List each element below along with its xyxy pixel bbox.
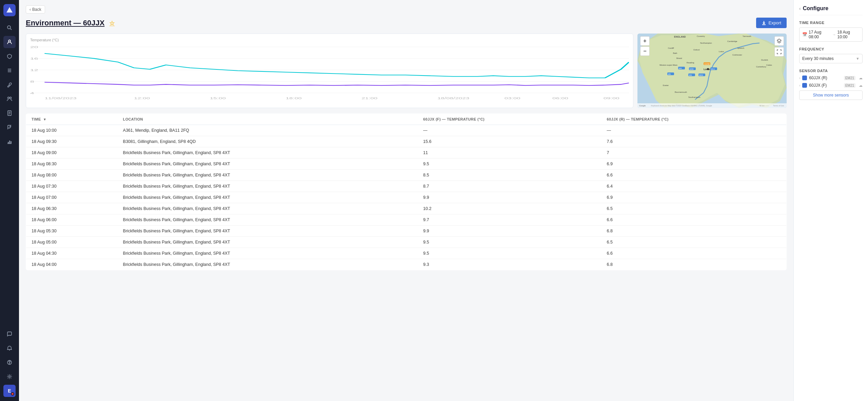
cell-f-temp: 9.3 — [418, 259, 601, 270]
cell-location: A361, Mendip, England, BA11 2FQ — [118, 125, 418, 136]
configure-collapse-icon[interactable]: ‹ — [799, 6, 801, 11]
show-more-sensors-button[interactable]: Show more sensors — [799, 90, 863, 100]
sidebar-item-group[interactable] — [3, 93, 16, 105]
frequency-label: Frequency — [799, 47, 863, 51]
right-panel: ‹ Configure Time Range 📅 17 Aug 08:00 → … — [793, 0, 868, 401]
cell-location: Brickfields Business Park, Gillingham, E… — [118, 192, 418, 203]
cell-f-temp: 8.5 — [418, 170, 601, 181]
svg-point-7 — [10, 97, 12, 99]
cell-location: Brickfields Business Park, Gillingham, E… — [118, 248, 418, 259]
sidebar-item-avatar[interactable]: E — [3, 385, 16, 397]
map-fullscreen-button[interactable] — [774, 47, 784, 57]
sensor-item-0: › 60JJX (R) EM21 ☁ — [799, 76, 863, 80]
cell-location: Brickfields Business Park, Gillingham, E… — [118, 203, 418, 214]
sidebar-item-search[interactable] — [3, 22, 16, 34]
cell-r-temp: 6.9 — [601, 192, 787, 203]
svg-text:Calais: Calais — [766, 64, 772, 66]
cell-time: 18 Aug 08:00 — [26, 170, 118, 181]
cell-time: 18 Aug 04:00 — [26, 259, 118, 270]
sidebar-item-doc[interactable] — [3, 107, 16, 119]
svg-text:18:00: 18:00 — [285, 97, 301, 100]
svg-rect-14 — [8, 142, 9, 144]
sidebar-item-list[interactable] — [3, 64, 16, 77]
svg-text:Bournemouth: Bournemouth — [675, 91, 687, 93]
table-row: 18 Aug 04:30 Brickfields Business Park, … — [26, 248, 787, 259]
svg-text:Coventry: Coventry — [697, 35, 705, 37]
svg-text:Bristol: Bristol — [676, 57, 682, 59]
map-zoom-in-button[interactable]: + — [640, 36, 650, 46]
svg-text:Southampton: Southampton — [688, 96, 701, 98]
sensor-badge-1: EM21 — [844, 83, 855, 88]
cell-location: Brickfields Business Park, Gillingham, E… — [118, 237, 418, 248]
svg-text:Luton: Luton — [719, 50, 724, 52]
sensor-expand-icon-1[interactable]: › — [799, 84, 800, 87]
cell-f-temp: 9.5 — [418, 159, 601, 170]
sort-icon: ▼ — [43, 118, 46, 121]
cell-location: Brickfields Business Park, Gillingham, E… — [118, 181, 418, 192]
svg-text:Exeter: Exeter — [663, 84, 669, 86]
svg-text:Ipswich: Ipswich — [737, 47, 744, 49]
temperature-chart: Temperature (°C) 20 16 12 8 4 — [26, 34, 633, 108]
map-layer-button[interactable] — [774, 36, 784, 46]
sensor-data-label: Sensor Data — [799, 69, 863, 73]
cell-location: Brickfields Business Park, Gillingham, E… — [118, 147, 418, 159]
configure-title: Configure — [803, 5, 829, 12]
table-row: 18 Aug 06:30 Brickfields Business Park, … — [26, 203, 787, 214]
svg-text:09:00: 09:00 — [604, 97, 619, 100]
svg-text:12:00: 12:00 — [134, 97, 150, 100]
svg-text:Cambridge: Cambridge — [727, 40, 737, 42]
sidebar-item-users[interactable] — [3, 36, 16, 48]
time-range-section: Time Range 📅 17 Aug 08:00 → 18 Aug 10:00 — [799, 21, 863, 42]
data-table: TIME ▼ LOCATION 60JJX (F) — TEMPERATURE … — [26, 113, 787, 270]
cell-location: Brickfields Business Park, Gillingham, E… — [118, 170, 418, 181]
svg-text:Terms of Use: Terms of Use — [773, 105, 784, 107]
cell-time: 18 Aug 06:00 — [26, 214, 118, 226]
cell-location: Brickfields Business Park, Gillingham, E… — [118, 159, 418, 170]
svg-text:M23: M23 — [699, 74, 703, 76]
sidebar-item-flag[interactable] — [3, 121, 16, 133]
svg-text:Northampton: Northampton — [700, 42, 712, 44]
main-content: ‹ Back Environment — 60JJX ☆ Export — [19, 0, 868, 401]
sidebar-item-bell[interactable] — [3, 342, 16, 354]
cell-time: 18 Aug 07:00 — [26, 192, 118, 203]
table-row: 18 Aug 04:00 Brickfields Business Park, … — [26, 259, 787, 270]
svg-text:M3: M3 — [689, 74, 692, 76]
svg-rect-16 — [11, 141, 12, 144]
export-button[interactable]: Export — [756, 18, 787, 28]
cell-time: 18 Aug 05:30 — [26, 226, 118, 237]
cell-f-temp: 9.9 — [418, 192, 601, 203]
cell-r-temp: 6.4 — [601, 181, 787, 192]
cell-r-temp: 6.5 — [601, 237, 787, 248]
sidebar-item-chart[interactable] — [3, 135, 16, 148]
table-row: 18 Aug 09:00 Brickfields Business Park, … — [26, 147, 787, 159]
sidebar-item-chat[interactable] — [3, 328, 16, 340]
svg-text:Colchester: Colchester — [732, 54, 742, 56]
export-label: Export — [768, 20, 781, 25]
col-location: LOCATION — [118, 114, 418, 125]
cell-time: 18 Aug 05:00 — [26, 237, 118, 248]
sensor-color-dot-1 — [802, 83, 807, 88]
sidebar-item-shield[interactable] — [3, 50, 16, 62]
col-time[interactable]: TIME ▼ — [26, 114, 118, 125]
sensor-color-dot-0 — [802, 76, 807, 80]
sidebar-item-help[interactable] — [3, 356, 16, 368]
sidebar-item-wrench[interactable] — [3, 79, 16, 91]
svg-marker-84 — [777, 39, 781, 42]
frequency-dropdown[interactable]: Every 30 minutes ▼ — [799, 54, 863, 63]
table-row: 18 Aug 09:30 B3081, Gillingham, England,… — [26, 136, 787, 147]
favorite-star-icon[interactable]: ☆ — [109, 20, 115, 27]
back-button[interactable]: ‹ Back — [26, 5, 45, 14]
cell-r-temp: 7 — [601, 147, 787, 159]
map-zoom-out-button[interactable]: − — [640, 46, 650, 56]
sensor-expand-icon-0[interactable]: › — [799, 76, 800, 80]
frequency-section: Frequency Every 30 minutes ▼ — [799, 47, 863, 63]
cell-time: 18 Aug 04:30 — [26, 248, 118, 259]
sidebar-item-settings[interactable] — [3, 371, 16, 383]
svg-rect-15 — [9, 141, 10, 144]
cell-r-temp: 6.8 — [601, 259, 787, 270]
cell-r-temp: 6.8 — [601, 226, 787, 237]
map-right-controls — [774, 36, 784, 57]
map-container: London Reading Bristol Bath Cardiff West… — [637, 34, 787, 108]
svg-text:ENGLAND: ENGLAND — [674, 36, 686, 38]
date-range-picker[interactable]: 📅 17 Aug 08:00 → 18 Aug 10:00 — [799, 27, 863, 42]
